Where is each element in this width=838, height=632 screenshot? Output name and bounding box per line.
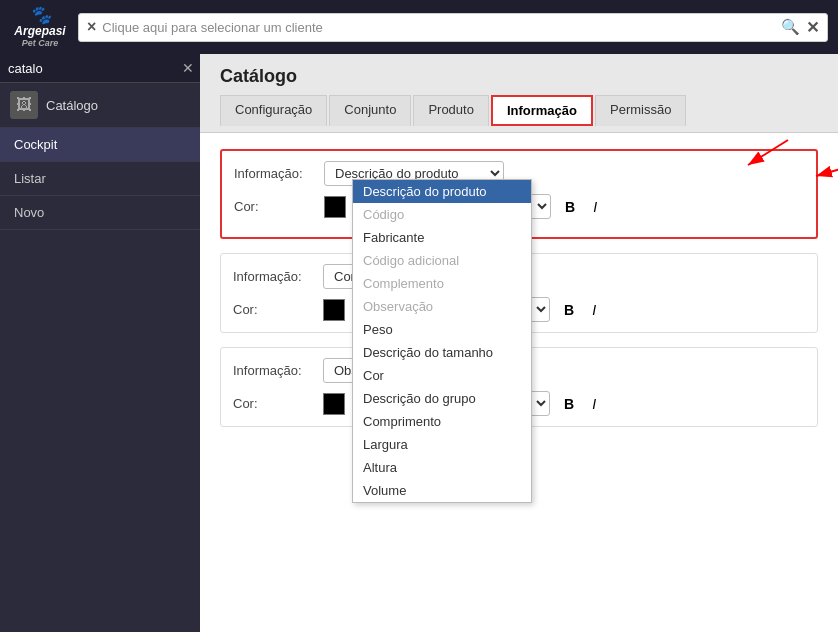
sidebar-search-input[interactable] — [8, 61, 176, 76]
section1-italic-button[interactable]: I — [589, 199, 601, 215]
informacao-dropdown-menu[interactable]: Descrição do produto Código Fabricante C… — [352, 179, 532, 503]
app-logo: 🐾 Argepasi Pet Care — [10, 6, 70, 48]
svg-line-3 — [816, 156, 838, 176]
section2-italic-button[interactable]: I — [588, 302, 600, 318]
search-bar-clear-icon[interactable]: × — [87, 18, 96, 36]
sidebar-item-listar[interactable]: Listar — [0, 162, 200, 196]
dd-item-cor[interactable]: Cor — [353, 364, 531, 387]
content-header: Catálogo Configuração Conjunto Produto I… — [200, 54, 838, 133]
sidebar-item-novo-label: Novo — [14, 205, 44, 220]
sidebar-catalog-header: 🖼 Catálogo — [0, 83, 200, 128]
section2-informacao-label: Informação: — [233, 269, 313, 284]
search-submit-icon[interactable]: 🔍 — [781, 18, 800, 36]
sidebar-search-close-icon[interactable]: ✕ — [182, 60, 194, 76]
section1-informacao-label: Informação: — [234, 166, 314, 181]
dd-item-descricao-tamanho[interactable]: Descrição do tamanho — [353, 341, 531, 364]
catalog-avatar-icon: 🖼 — [10, 91, 38, 119]
sidebar-item-listar-label: Listar — [14, 171, 46, 186]
arrow-to-dropdown — [806, 151, 838, 194]
section3-bold-button[interactable]: B — [560, 396, 578, 412]
section2-bold-button[interactable]: B — [560, 302, 578, 318]
dd-item-complemento[interactable]: Complemento — [353, 272, 531, 295]
search-bar-placeholder: Clique aqui para selecionar um cliente — [102, 20, 775, 35]
logo-subtitle: Pet Care — [22, 38, 59, 48]
tab-informacao[interactable]: Informação — [491, 95, 593, 126]
section2-color-box[interactable] — [323, 299, 345, 321]
sidebar-search-row: ✕ — [0, 54, 200, 83]
section1-color-box[interactable] — [324, 196, 346, 218]
top-bar: 🐾 Argepasi Pet Care × Clique aqui para s… — [0, 0, 838, 54]
section3-informacao-label: Informação: — [233, 363, 313, 378]
section1-cor-label: Cor: — [234, 199, 314, 214]
dd-item-codigo[interactable]: Código — [353, 203, 531, 226]
sidebar-item-cockpit[interactable]: Cockpit — [0, 128, 200, 162]
client-search-bar[interactable]: × Clique aqui para selecionar um cliente… — [78, 13, 828, 42]
tabs-bar: Configuração Conjunto Produto Informação… — [220, 95, 818, 126]
content-area: Catálogo Configuração Conjunto Produto I… — [200, 54, 838, 632]
dd-item-fabricante[interactable]: Fabricante — [353, 226, 531, 249]
sidebar-item-cockpit-label: Cockpit — [14, 137, 57, 152]
section1-bold-button[interactable]: B — [561, 199, 579, 215]
logo-text: Argepasi — [14, 24, 65, 38]
tab-configuracao[interactable]: Configuração — [220, 95, 327, 126]
logo-paw-icon: 🐾 — [29, 6, 51, 24]
sidebar-item-novo[interactable]: Novo — [0, 196, 200, 230]
page-title: Catálogo — [220, 66, 818, 87]
dd-item-altura[interactable]: Altura — [353, 456, 531, 479]
section3-cor-label: Cor: — [233, 396, 313, 411]
tab-produto[interactable]: Produto — [413, 95, 489, 126]
dd-item-largura[interactable]: Largura — [353, 433, 531, 456]
sidebar-catalog-label: Catálogo — [46, 98, 98, 113]
tab-permissao[interactable]: Permissão — [595, 95, 686, 126]
search-bar-x-icon[interactable]: ✕ — [806, 18, 819, 37]
dd-item-descricao-produto[interactable]: Descrição do produto — [353, 180, 531, 203]
section3-italic-button[interactable]: I — [588, 396, 600, 412]
section2-cor-label: Cor: — [233, 302, 313, 317]
section3-color-box[interactable] — [323, 393, 345, 415]
tab-conjunto[interactable]: Conjunto — [329, 95, 411, 126]
dd-item-observacao[interactable]: Observação — [353, 295, 531, 318]
dd-item-comprimento[interactable]: Comprimento — [353, 410, 531, 433]
dd-item-codigo-adicional[interactable]: Código adicional — [353, 249, 531, 272]
dd-item-volume[interactable]: Volume — [353, 479, 531, 502]
dd-item-descricao-grupo[interactable]: Descrição do grupo — [353, 387, 531, 410]
form-section-1: Informação: Descrição do produto Cor: Ta… — [220, 149, 818, 239]
main-layout: ✕ 🖼 Catálogo Cockpit Listar Novo Catálog… — [0, 54, 838, 632]
sidebar: ✕ 🖼 Catálogo Cockpit Listar Novo — [0, 54, 200, 632]
dd-item-peso[interactable]: Peso — [353, 318, 531, 341]
content-body: Informação: Descrição do produto Cor: Ta… — [200, 133, 838, 632]
